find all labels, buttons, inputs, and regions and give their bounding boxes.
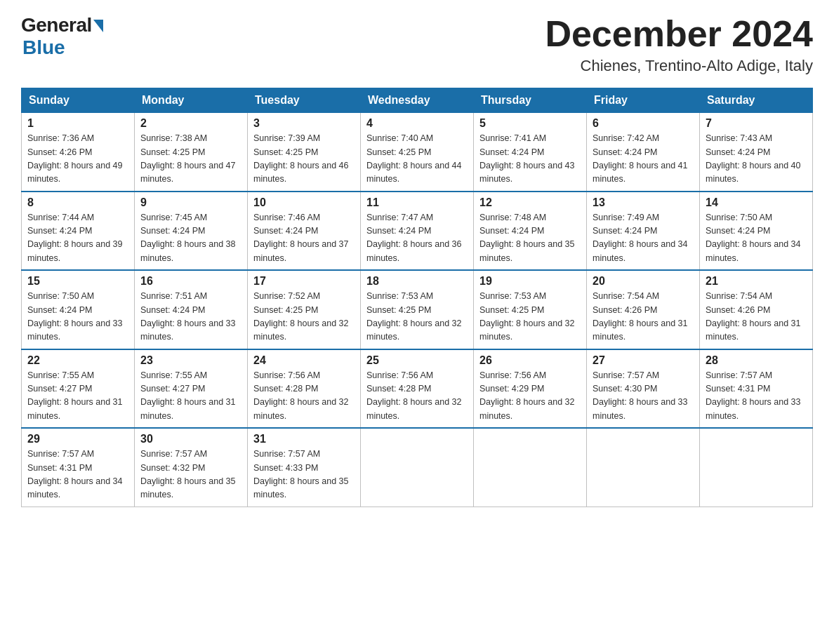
- day-of-week-header: Monday: [135, 88, 248, 113]
- day-number: 22: [27, 354, 128, 367]
- day-number: 2: [140, 117, 241, 130]
- day-number: 15: [27, 275, 128, 288]
- day-number: 3: [253, 117, 355, 130]
- day-info: Sunrise: 7:38 AMSunset: 4:25 PMDaylight:…: [140, 132, 241, 187]
- day-number: 24: [253, 354, 355, 367]
- day-number: 20: [593, 275, 694, 288]
- logo-arrow-icon: [93, 20, 103, 32]
- calendar-cell: 3Sunrise: 7:39 AMSunset: 4:25 PMDaylight…: [248, 113, 361, 192]
- calendar-table: SundayMondayTuesdayWednesdayThursdayFrid…: [21, 88, 813, 507]
- calendar-cell: 2Sunrise: 7:38 AMSunset: 4:25 PMDaylight…: [135, 113, 248, 192]
- day-number: 26: [479, 354, 581, 367]
- calendar-cell: 20Sunrise: 7:54 AMSunset: 4:26 PMDayligh…: [587, 270, 700, 349]
- day-info: Sunrise: 7:50 AMSunset: 4:24 PMDaylight:…: [706, 211, 807, 266]
- calendar-cell: 5Sunrise: 7:41 AMSunset: 4:24 PMDaylight…: [474, 113, 587, 192]
- day-number: 13: [593, 196, 694, 209]
- calendar-week-row: 22Sunrise: 7:55 AMSunset: 4:27 PMDayligh…: [22, 349, 813, 429]
- day-number: 29: [27, 433, 128, 445]
- day-info: Sunrise: 7:48 AMSunset: 4:24 PMDaylight:…: [479, 211, 581, 266]
- day-info: Sunrise: 7:52 AMSunset: 4:25 PMDaylight:…: [253, 290, 355, 344]
- calendar-week-row: 1Sunrise: 7:36 AMSunset: 4:26 PMDaylight…: [22, 113, 813, 192]
- day-number: 18: [366, 275, 468, 288]
- calendar-cell: 7Sunrise: 7:43 AMSunset: 4:24 PMDaylight…: [700, 113, 813, 192]
- calendar-cell: 11Sunrise: 7:47 AMSunset: 4:24 PMDayligh…: [361, 192, 474, 271]
- calendar-cell: 28Sunrise: 7:57 AMSunset: 4:31 PMDayligh…: [700, 349, 813, 429]
- day-of-week-header: Sunday: [22, 88, 135, 113]
- day-info: Sunrise: 7:39 AMSunset: 4:25 PMDaylight:…: [253, 132, 355, 187]
- day-of-week-header: Friday: [587, 88, 700, 113]
- calendar-cell: 25Sunrise: 7:56 AMSunset: 4:28 PMDayligh…: [361, 349, 474, 429]
- day-number: 8: [27, 196, 128, 209]
- day-info: Sunrise: 7:50 AMSunset: 4:24 PMDaylight:…: [27, 290, 128, 344]
- day-info: Sunrise: 7:54 AMSunset: 4:26 PMDaylight:…: [593, 290, 694, 344]
- day-of-week-header: Saturday: [700, 88, 813, 113]
- day-number: 5: [479, 117, 581, 130]
- day-info: Sunrise: 7:57 AMSunset: 4:31 PMDaylight:…: [706, 369, 807, 424]
- page-header: General Blue December 2024 Chienes, Tren…: [21, 14, 813, 75]
- day-number: 30: [140, 433, 241, 445]
- day-number: 1: [27, 117, 128, 130]
- day-number: 6: [593, 117, 694, 130]
- calendar-cell: 18Sunrise: 7:53 AMSunset: 4:25 PMDayligh…: [361, 270, 474, 349]
- day-number: 25: [366, 354, 468, 367]
- calendar-cell: 1Sunrise: 7:36 AMSunset: 4:26 PMDaylight…: [22, 113, 135, 192]
- calendar-header-row: SundayMondayTuesdayWednesdayThursdayFrid…: [22, 88, 813, 113]
- day-info: Sunrise: 7:42 AMSunset: 4:24 PMDaylight:…: [593, 132, 694, 187]
- main-title: December 2024: [545, 14, 813, 54]
- calendar-cell: 10Sunrise: 7:46 AMSunset: 4:24 PMDayligh…: [248, 192, 361, 271]
- day-number: 10: [253, 196, 355, 209]
- day-info: Sunrise: 7:57 AMSunset: 4:31 PMDaylight:…: [27, 448, 128, 502]
- day-info: Sunrise: 7:41 AMSunset: 4:24 PMDaylight:…: [479, 132, 581, 187]
- calendar-week-row: 15Sunrise: 7:50 AMSunset: 4:24 PMDayligh…: [22, 270, 813, 349]
- calendar-cell: 8Sunrise: 7:44 AMSunset: 4:24 PMDaylight…: [22, 192, 135, 271]
- calendar-cell: 23Sunrise: 7:55 AMSunset: 4:27 PMDayligh…: [135, 349, 248, 429]
- day-number: 14: [706, 196, 807, 209]
- calendar-cell: 12Sunrise: 7:48 AMSunset: 4:24 PMDayligh…: [474, 192, 587, 271]
- day-number: 11: [366, 196, 468, 209]
- calendar-cell: 22Sunrise: 7:55 AMSunset: 4:27 PMDayligh…: [22, 349, 135, 429]
- day-info: Sunrise: 7:45 AMSunset: 4:24 PMDaylight:…: [140, 211, 241, 266]
- logo-general-text: General: [21, 14, 92, 36]
- logo: General Blue: [21, 14, 103, 59]
- day-info: Sunrise: 7:57 AMSunset: 4:30 PMDaylight:…: [593, 369, 694, 424]
- calendar-week-row: 29Sunrise: 7:57 AMSunset: 4:31 PMDayligh…: [22, 428, 813, 507]
- day-number: 19: [479, 275, 581, 288]
- calendar-cell: 24Sunrise: 7:56 AMSunset: 4:28 PMDayligh…: [248, 349, 361, 429]
- day-info: Sunrise: 7:55 AMSunset: 4:27 PMDaylight:…: [27, 369, 128, 424]
- day-info: Sunrise: 7:47 AMSunset: 4:24 PMDaylight:…: [366, 211, 468, 266]
- day-number: 12: [479, 196, 581, 209]
- day-info: Sunrise: 7:56 AMSunset: 4:28 PMDaylight:…: [253, 369, 355, 424]
- day-number: 31: [253, 433, 355, 445]
- day-info: Sunrise: 7:40 AMSunset: 4:25 PMDaylight:…: [366, 132, 468, 187]
- calendar-cell: [474, 428, 587, 507]
- day-info: Sunrise: 7:54 AMSunset: 4:26 PMDaylight:…: [706, 290, 807, 344]
- day-info: Sunrise: 7:53 AMSunset: 4:25 PMDaylight:…: [479, 290, 581, 344]
- calendar-week-row: 8Sunrise: 7:44 AMSunset: 4:24 PMDaylight…: [22, 192, 813, 271]
- logo-blue-text: Blue: [22, 36, 65, 59]
- day-info: Sunrise: 7:36 AMSunset: 4:26 PMDaylight:…: [27, 132, 128, 187]
- calendar-cell: 27Sunrise: 7:57 AMSunset: 4:30 PMDayligh…: [587, 349, 700, 429]
- day-info: Sunrise: 7:56 AMSunset: 4:28 PMDaylight:…: [366, 369, 468, 424]
- calendar-cell: 16Sunrise: 7:51 AMSunset: 4:24 PMDayligh…: [135, 270, 248, 349]
- day-number: 23: [140, 354, 241, 367]
- calendar-cell: 17Sunrise: 7:52 AMSunset: 4:25 PMDayligh…: [248, 270, 361, 349]
- subtitle: Chienes, Trentino-Alto Adige, Italy: [545, 57, 813, 75]
- calendar-cell: 9Sunrise: 7:45 AMSunset: 4:24 PMDaylight…: [135, 192, 248, 271]
- day-number: 7: [706, 117, 807, 130]
- calendar-cell: 26Sunrise: 7:56 AMSunset: 4:29 PMDayligh…: [474, 349, 587, 429]
- day-number: 28: [706, 354, 807, 367]
- calendar-cell: [361, 428, 474, 507]
- day-of-week-header: Wednesday: [361, 88, 474, 113]
- calendar-cell: 19Sunrise: 7:53 AMSunset: 4:25 PMDayligh…: [474, 270, 587, 349]
- calendar-cell: 21Sunrise: 7:54 AMSunset: 4:26 PMDayligh…: [700, 270, 813, 349]
- day-number: 9: [140, 196, 241, 209]
- calendar-cell: 4Sunrise: 7:40 AMSunset: 4:25 PMDaylight…: [361, 113, 474, 192]
- calendar-cell: 6Sunrise: 7:42 AMSunset: 4:24 PMDaylight…: [587, 113, 700, 192]
- day-info: Sunrise: 7:57 AMSunset: 4:32 PMDaylight:…: [140, 448, 241, 502]
- day-info: Sunrise: 7:55 AMSunset: 4:27 PMDaylight:…: [140, 369, 241, 424]
- day-info: Sunrise: 7:49 AMSunset: 4:24 PMDaylight:…: [593, 211, 694, 266]
- calendar-cell: 31Sunrise: 7:57 AMSunset: 4:33 PMDayligh…: [248, 428, 361, 507]
- day-info: Sunrise: 7:51 AMSunset: 4:24 PMDaylight:…: [140, 290, 241, 344]
- calendar-cell: 13Sunrise: 7:49 AMSunset: 4:24 PMDayligh…: [587, 192, 700, 271]
- day-info: Sunrise: 7:53 AMSunset: 4:25 PMDaylight:…: [366, 290, 468, 344]
